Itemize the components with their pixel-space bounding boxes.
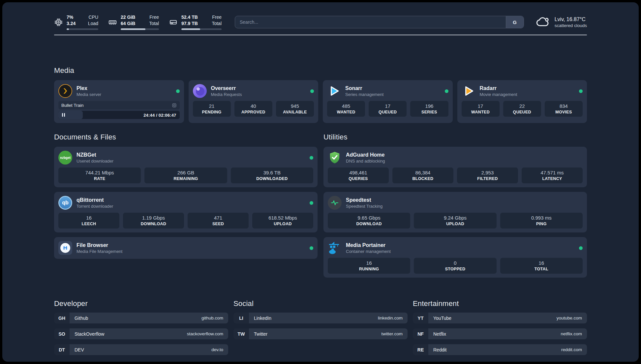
- app-name: Media Portainer: [346, 242, 391, 248]
- app-card-plex[interactable]: Plex Media server Bullet Train: [54, 80, 184, 123]
- stat-value: 22: [519, 103, 525, 109]
- settings-icon[interactable]: [172, 103, 177, 108]
- status-online-dot: [579, 89, 583, 93]
- stat-value: 485: [342, 103, 350, 109]
- memory-total-label: Total: [149, 20, 159, 26]
- storage-free-label: Free: [212, 14, 222, 20]
- bookmark-youtube[interactable]: YT YouTube youtube.com: [413, 313, 587, 323]
- stat-label: AVAILABLE: [283, 110, 307, 114]
- section-developer: Developer GH Github github.com SO StackO…: [54, 299, 228, 355]
- stat-value: 47.571 ms: [540, 170, 564, 175]
- stat-value: 0.993 ms: [531, 215, 552, 221]
- app-name: Overseerr: [211, 85, 242, 91]
- app-card-speedtest[interactable]: Speedtest Speedtest Tracking 9.65 Gbps D…: [323, 192, 587, 232]
- stat-value: 17: [385, 103, 390, 109]
- stat-queries: 498,461 QUERIES: [328, 167, 389, 183]
- bookmark-url: github.com: [201, 316, 223, 320]
- stat-label: TOTAL: [534, 267, 548, 271]
- memory-free-value: 22 GiB: [121, 14, 135, 20]
- memory-progress-bar: [121, 28, 159, 30]
- status-online-dot: [310, 156, 313, 160]
- stat-label: BLOCKED: [412, 176, 434, 181]
- memory-total-value: 64 GiB: [121, 20, 135, 26]
- stat-label: LEECH: [82, 222, 96, 226]
- adguard-icon: [328, 151, 342, 165]
- bookmark-github[interactable]: GH Github github.com: [54, 313, 228, 323]
- stat-label: STOPPED: [445, 267, 466, 271]
- stat-label: MOVIES: [555, 110, 572, 114]
- playback-progress-bar[interactable]: 24:44 / 02:06:47: [58, 111, 180, 119]
- app-card-adguard[interactable]: AdGuard Home DNS and adblocking 498,461 …: [323, 147, 587, 187]
- stat-leech: 16 LEECH: [58, 213, 119, 228]
- bookmark-stackoverflow[interactable]: SO StackOverflow stackoverflow.com: [54, 328, 228, 339]
- stat-rate: 744.21 Mbps RATE: [58, 167, 141, 183]
- app-card-radarr[interactable]: Radarr Movie management 17 WANTED 22 QUE…: [457, 80, 587, 123]
- speedtest-icon: [328, 196, 342, 210]
- cpu-usage-value: 7%: [67, 14, 76, 20]
- stat-value: 618.52 Mbps: [268, 215, 297, 221]
- bookmark-twitter[interactable]: TW Twitter twitter.com: [233, 328, 408, 339]
- radarr-icon: [462, 84, 475, 98]
- bookmark-name: Reddit: [433, 347, 446, 352]
- stat-label: SEED: [212, 222, 224, 226]
- stat-remaining: 266 GB REMAINING: [144, 167, 227, 183]
- weather-widget: Lviv, 16.87°C scattered clouds: [536, 16, 587, 28]
- search-bar[interactable]: G: [235, 16, 524, 28]
- app-name: NZBGet: [76, 152, 113, 158]
- section-utilities: Utilities: [323, 133, 587, 278]
- stat-label: UPLOAD: [274, 222, 292, 226]
- stat-value: 744.21 Mbps: [85, 170, 114, 175]
- app-description: Torrent downloader: [76, 204, 113, 209]
- bookmark-abbr: YT: [413, 313, 428, 323]
- stat-label: QUEUED: [379, 110, 397, 114]
- app-card-nzbget[interactable]: nzbget NZBGet Usenet downloader 744.21 M…: [54, 147, 318, 187]
- weather-location-temp: Lviv, 16.87°C: [555, 16, 587, 22]
- stat-running: 16 RUNNING: [328, 258, 410, 274]
- stat-value: 196: [425, 103, 433, 109]
- app-name: Sonarr: [345, 85, 383, 91]
- stat-label: REMAINING: [173, 176, 198, 181]
- bookmark-abbr: LI: [233, 313, 249, 323]
- app-card-sonarr[interactable]: Sonarr Series management 485 WANTED 17 Q…: [323, 80, 453, 123]
- stat-approved: 40 APPROVED: [234, 101, 272, 117]
- stat-wanted: 485 WANTED: [327, 101, 365, 117]
- disk-icon: [169, 18, 178, 27]
- stat-label: RATE: [94, 176, 105, 181]
- stat-series: 196 SERIES: [410, 101, 448, 117]
- stat-label: PENDING: [202, 110, 222, 114]
- cpu-usage-label: CPU: [88, 14, 98, 20]
- bookmark-netflix[interactable]: NF Netflix netflix.com: [413, 328, 587, 339]
- search-engine-button[interactable]: G: [506, 16, 524, 28]
- bookmark-name: Twitter: [254, 331, 267, 337]
- section-documents-files: Documents & Files nzbget NZBGet Usenet d…: [54, 133, 318, 259]
- stat-value: 39.6 TB: [263, 170, 281, 175]
- cpu-progress-bar: [67, 28, 98, 30]
- search-input[interactable]: [235, 16, 506, 28]
- app-card-qbittorrent[interactable]: qb qBittorrent Torrent downloader 16 LEE…: [54, 192, 318, 232]
- stat-label: SERIES: [421, 110, 437, 114]
- stat-label: WANTED: [337, 110, 355, 114]
- app-description: Media Requests: [211, 92, 242, 97]
- filebrowser-icon: [58, 241, 72, 255]
- header-divider: [54, 35, 587, 35]
- bookmark-reddit[interactable]: RE Reddit reddit.com: [413, 344, 587, 355]
- stat-label: FILTERED: [477, 176, 498, 181]
- app-card-portainer[interactable]: Media Portainer Container management 16 …: [323, 237, 587, 278]
- pause-icon[interactable]: [62, 113, 65, 117]
- bookmark-dev[interactable]: DT DEV dev.to: [54, 344, 228, 355]
- stat-download: 9.65 Gbps DOWNLOAD: [328, 213, 410, 228]
- app-description: DNS and adblocking: [346, 159, 385, 164]
- bookmark-linkedin[interactable]: LI LinkedIn linkedin.com: [233, 313, 408, 323]
- bookmark-name: DEV: [75, 347, 84, 352]
- app-card-filebrowser[interactable]: File Browser Media File Management: [54, 237, 318, 259]
- stat-upload: 9.24 Gbps UPLOAD: [414, 213, 496, 228]
- app-card-overseerr[interactable]: Overseerr Media Requests 21 PENDING 40 A…: [189, 80, 319, 123]
- stat-value: 16: [366, 260, 372, 266]
- bookmark-url: reddit.com: [561, 347, 582, 352]
- cpu-load-label: Load: [88, 20, 98, 26]
- status-online-dot: [176, 89, 180, 93]
- app-name: Plex: [76, 85, 101, 91]
- stat-value: 834: [560, 103, 568, 109]
- header-bar: 7% 3.24 CPU Load: [54, 14, 587, 30]
- status-online-dot: [310, 89, 314, 93]
